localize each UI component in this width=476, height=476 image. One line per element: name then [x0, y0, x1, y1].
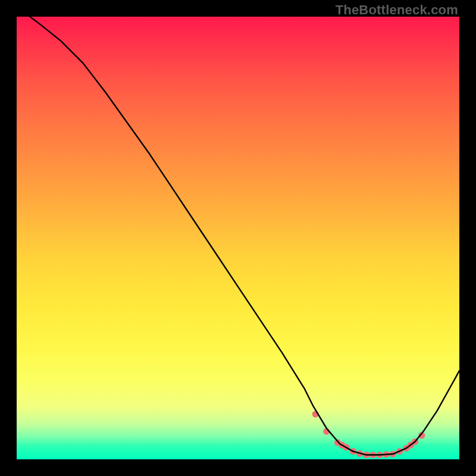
- optimal-range-markers: [312, 411, 425, 459]
- attribution-label: TheBottleneck.com: [336, 2, 458, 18]
- bottleneck-curve-line: [30, 17, 459, 455]
- chart-stage: TheBottleneck.com: [0, 0, 476, 476]
- plot-area: [17, 17, 459, 459]
- chart-svg: [17, 17, 459, 459]
